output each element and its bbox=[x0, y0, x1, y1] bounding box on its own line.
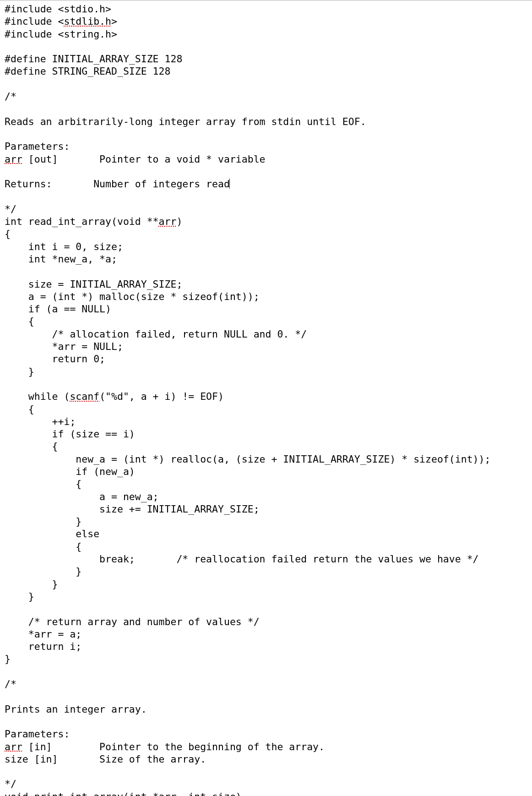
code-line: /* bbox=[5, 678, 16, 690]
code-line: *arr = NULL; bbox=[5, 341, 123, 352]
code-line: { bbox=[5, 441, 58, 452]
code-line: ++i; bbox=[5, 416, 76, 427]
code-line: int *new_a, *a; bbox=[5, 253, 117, 265]
code-line: a = new_a; bbox=[5, 491, 159, 502]
code-line: size = INITIAL_ARRAY_SIZE; bbox=[5, 278, 182, 290]
code-line: } bbox=[5, 366, 34, 377]
code-line: Prints an integer array. bbox=[5, 703, 147, 715]
code-line: size += INITIAL_ARRAY_SIZE; bbox=[5, 503, 260, 515]
code-line: */ bbox=[5, 203, 16, 215]
spellcheck-word: arr bbox=[5, 741, 22, 752]
code-block[interactable]: #include <stdio.h> #include <stdlib.h> #… bbox=[5, 3, 527, 796]
code-line: break; /* reallocation failed return the… bbox=[5, 553, 479, 565]
code-line: Reads an arbitrarily-long integer array … bbox=[5, 116, 366, 127]
code-line: /* return array and number of values */ bbox=[5, 616, 260, 627]
code-line: #define INITIAL_ARRAY_SIZE 128 bbox=[5, 53, 182, 65]
code-line: { bbox=[5, 228, 11, 240]
code-line: a = (int *) malloc(size * sizeof(int)); bbox=[5, 291, 260, 302]
code-line: #define STRING_READ_SIZE 128 bbox=[5, 65, 170, 77]
code-line: int read_int_array(void **arr) bbox=[5, 216, 182, 227]
code-line: return 0; bbox=[5, 353, 105, 365]
code-line: /* bbox=[5, 91, 16, 102]
text-caret bbox=[229, 179, 230, 189]
spellcheck-word: stdlib.h bbox=[64, 16, 111, 27]
code-line: /* allocation failed, return NULL and 0.… bbox=[5, 328, 307, 340]
code-line: while (scanf("%d", a + i) != EOF) bbox=[5, 391, 224, 402]
code-line: size [in] Size of the array. bbox=[5, 753, 206, 765]
code-line: } bbox=[5, 516, 81, 527]
code-line: { bbox=[5, 316, 34, 327]
code-line: void print_int_array(int *arr, int size) bbox=[5, 791, 242, 796]
code-line: arr [in] Pointer to the beginning of the… bbox=[5, 741, 325, 752]
spellcheck-word: arr bbox=[159, 791, 177, 796]
spellcheck-word: scanf bbox=[70, 391, 99, 402]
code-line: { bbox=[5, 541, 81, 552]
code-line: } bbox=[5, 566, 81, 577]
code-line: #include <string.h> bbox=[5, 28, 117, 40]
code-line: if (a == NULL) bbox=[5, 303, 111, 315]
code-line: if (size == i) bbox=[5, 428, 135, 440]
code-line: return i; bbox=[5, 641, 81, 652]
code-line: { bbox=[5, 478, 81, 490]
code-line: } bbox=[5, 591, 34, 602]
code-line: *arr = a; bbox=[5, 628, 81, 640]
code-line: new_a = (int *) realloc(a, (size + INITI… bbox=[5, 453, 490, 465]
code-line: } bbox=[5, 578, 58, 590]
code-line: int i = 0, size; bbox=[5, 241, 123, 252]
code-line: arr [out] Pointer to a void * variable bbox=[5, 153, 266, 165]
code-line: Parameters: bbox=[5, 141, 70, 152]
code-line: #include <stdlib.h> bbox=[5, 16, 117, 27]
code-line: else bbox=[5, 528, 99, 540]
code-line: #include <stdio.h> bbox=[5, 3, 111, 15]
code-line: if (new_a) bbox=[5, 466, 135, 477]
code-line: Parameters: bbox=[5, 728, 70, 740]
code-line: Returns: Number of integers read bbox=[5, 178, 230, 190]
code-line: */ bbox=[5, 778, 16, 790]
spellcheck-word: arr bbox=[5, 153, 22, 165]
spellcheck-word: arr bbox=[159, 216, 177, 227]
code-line: } bbox=[5, 653, 11, 665]
code-line: { bbox=[5, 403, 34, 415]
